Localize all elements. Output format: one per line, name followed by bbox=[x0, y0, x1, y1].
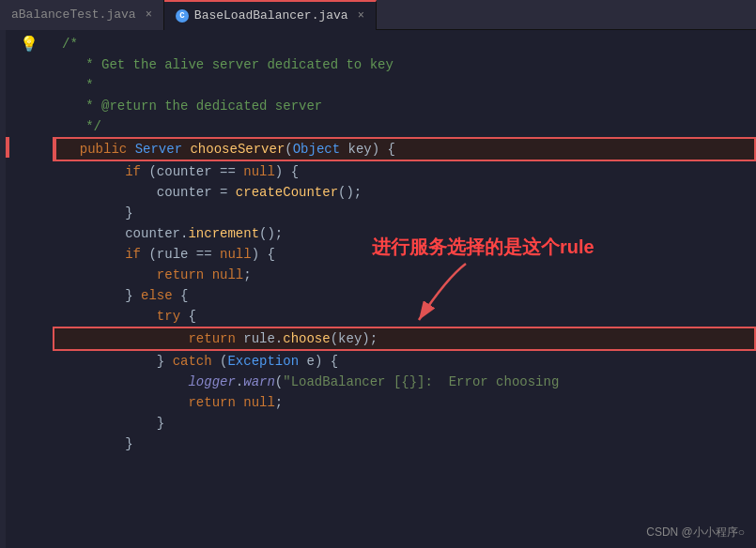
tab-label-active: BaseLoadBalancer.java bbox=[194, 8, 348, 23]
code-line-19: } bbox=[53, 413, 756, 434]
annotation-area: 进行服务选择的是这个rule bbox=[372, 235, 594, 260]
tab-close-active[interactable]: × bbox=[358, 9, 364, 23]
tab-bar: aBalanceTest.java × C BaseLoadBalancer.j… bbox=[0, 0, 756, 30]
annotation-arrow bbox=[391, 259, 503, 334]
code-line-3: * bbox=[53, 75, 756, 96]
code-line-20: } bbox=[53, 434, 756, 454]
code-content: /* * Get the alive server dedicated to k… bbox=[53, 30, 756, 548]
annotation-label: 进行服务选择的是这个rule bbox=[372, 236, 594, 257]
code-line-9: } bbox=[53, 203, 756, 223]
code-line-2: * Get the alive server dedicated to key bbox=[53, 54, 756, 75]
code-line-5: */ bbox=[53, 116, 756, 137]
code-line-17: logger.warn("LoadBalancer [{}]: Error ch… bbox=[53, 372, 756, 392]
code-area: 💡 /* * Get the alive serve bbox=[0, 30, 756, 548]
code-line-18: return null; bbox=[53, 392, 756, 413]
code-line-8: counter = createCounter(); bbox=[53, 182, 756, 203]
tab-icon: C bbox=[176, 9, 189, 23]
tab-label: aBalanceTest.java bbox=[11, 8, 136, 22]
code-line-16: } catch (Exception e) { bbox=[53, 351, 756, 372]
gutter: 💡 bbox=[6, 30, 53, 548]
gutter-bulb-icon: 💡 bbox=[6, 34, 53, 54]
code-line-1: /* bbox=[53, 34, 756, 54]
tab-balance-test[interactable]: aBalanceTest.java × bbox=[0, 0, 164, 30]
tab-close[interactable]: × bbox=[146, 8, 152, 22]
code-line-7: if (counter == null) { bbox=[53, 161, 756, 182]
watermark: CSDN @小小程序○ bbox=[646, 525, 745, 540]
tab-base-load-balancer[interactable]: C BaseLoadBalancer.java × bbox=[164, 0, 377, 30]
code-line-4: * @return the dedicated server bbox=[53, 96, 756, 116]
code-line-6: public Server chooseServer(Object key) { bbox=[53, 137, 756, 161]
